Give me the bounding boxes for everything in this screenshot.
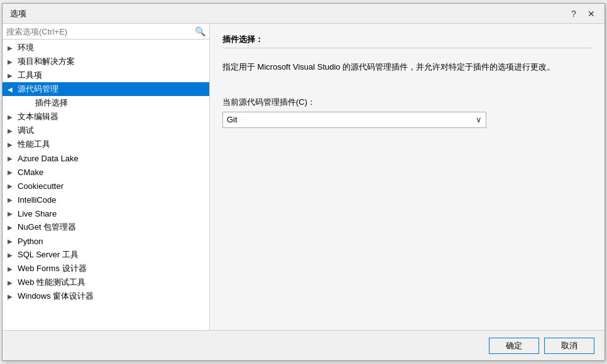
tree-item-tools[interactable]: ▶工具项 bbox=[3, 68, 209, 82]
search-box: 🔍 bbox=[3, 24, 209, 40]
tree-arrow-tools: ▶ bbox=[8, 72, 15, 79]
tree-area: ▶环境▶项目和解决方案▶工具项◀源代码管理插件选择▶文本编辑器▶调试▶性能工具▶… bbox=[3, 40, 209, 330]
section-title: 插件选择： bbox=[222, 34, 592, 45]
tree-arrow-azure-data-lake: ▶ bbox=[8, 155, 15, 162]
bottom-bar: 确定 取消 bbox=[3, 330, 604, 360]
dialog-body: 🔍 ▶环境▶项目和解决方案▶工具项◀源代码管理插件选择▶文本编辑器▶调试▶性能工… bbox=[3, 24, 604, 330]
tree-label-project: 项目和解决方案 bbox=[18, 56, 75, 67]
tree-arrow-text-editor: ▶ bbox=[8, 114, 15, 120]
tree-item-cmake[interactable]: ▶CMake bbox=[3, 165, 209, 179]
tree-item-sql-server[interactable]: ▶SQL Server 工具 bbox=[3, 248, 209, 262]
close-button[interactable]: ✕ bbox=[583, 7, 599, 21]
options-dialog: 选项 ? ✕ 🔍 ▶环境▶项目和解决方案▶工具项◀源代码管理插件选择▶文本编辑器… bbox=[2, 3, 605, 361]
tree-arrow-source-control: ◀ bbox=[8, 86, 15, 93]
tree-item-env[interactable]: ▶环境 bbox=[3, 41, 209, 55]
tree-item-plugin-selection[interactable]: 插件选择 bbox=[3, 96, 209, 110]
tree-label-debug: 调试 bbox=[18, 125, 34, 136]
tree-label-intellicode: IntelliCode bbox=[18, 195, 56, 205]
tree-arrow-cmake: ▶ bbox=[8, 169, 15, 176]
tree-label-web-perf: Web 性能测试工具 bbox=[18, 277, 85, 288]
divider bbox=[222, 48, 592, 48]
tree-label-live-share: Live Share bbox=[18, 209, 57, 218]
tree-arrow-sql-server: ▶ bbox=[8, 252, 15, 259]
help-button[interactable]: ? bbox=[566, 7, 582, 21]
tree-item-perf-tools[interactable]: ▶性能工具 bbox=[3, 137, 209, 151]
tree-item-text-editor[interactable]: ▶文本编辑器 bbox=[3, 110, 209, 124]
tree-label-python: Python bbox=[18, 237, 43, 246]
cancel-button[interactable]: 取消 bbox=[544, 338, 594, 354]
tree-label-windows: Windows 窗体设计器 bbox=[18, 291, 94, 302]
tree-item-debug[interactable]: ▶调试 bbox=[3, 124, 209, 137]
current-plugin-label: 当前源代码管理插件(C)： bbox=[222, 97, 592, 108]
search-input[interactable] bbox=[6, 27, 192, 36]
tree-arrow-project: ▶ bbox=[8, 58, 15, 65]
section-header: 插件选择： bbox=[222, 34, 592, 53]
description-text: 指定用于 Microsoft Visual Studio 的源代码管理插件，并允… bbox=[222, 61, 592, 74]
tree-item-nuget[interactable]: ▶NuGet 包管理器 bbox=[3, 220, 209, 234]
title-bar-buttons: ? ✕ bbox=[566, 7, 599, 21]
tree-label-plugin-selection: 插件选择 bbox=[35, 97, 68, 109]
tree-item-azure-data-lake[interactable]: ▶Azure Data Lake bbox=[3, 151, 209, 165]
tree-arrow-intellicode: ▶ bbox=[8, 196, 15, 203]
tree-arrow-live-share: ▶ bbox=[8, 210, 15, 217]
tree-label-cookiecutter: Cookiecutter bbox=[18, 181, 63, 191]
tree-item-live-share[interactable]: ▶Live Share bbox=[3, 206, 209, 220]
right-panel: 插件选择： 指定用于 Microsoft Visual Studio 的源代码管… bbox=[210, 24, 604, 330]
tree-item-windows[interactable]: ▶Windows 窗体设计器 bbox=[3, 289, 209, 303]
tree-item-web-perf[interactable]: ▶Web 性能测试工具 bbox=[3, 276, 209, 289]
tree-item-cookiecutter[interactable]: ▶Cookiecutter bbox=[3, 179, 209, 193]
tree-arrow-debug: ▶ bbox=[8, 127, 15, 134]
tree-item-intellicode[interactable]: ▶IntelliCode bbox=[3, 193, 209, 206]
tree-label-env: 环境 bbox=[18, 42, 34, 53]
tree-arrow-windows: ▶ bbox=[8, 293, 15, 300]
tree-label-perf-tools: 性能工具 bbox=[18, 139, 50, 150]
tree-label-nuget: NuGet 包管理器 bbox=[18, 222, 76, 233]
tree-label-cmake: CMake bbox=[18, 168, 43, 177]
tree-arrow-perf-tools: ▶ bbox=[8, 141, 15, 148]
tree-arrow-web-perf: ▶ bbox=[8, 279, 15, 286]
tree-label-tools: 工具项 bbox=[18, 70, 42, 81]
tree-label-source-control: 源代码管理 bbox=[18, 83, 58, 95]
tree-item-source-control[interactable]: ◀源代码管理 bbox=[3, 82, 209, 96]
dialog-title: 选项 bbox=[10, 8, 26, 19]
search-icon: 🔍 bbox=[195, 26, 205, 36]
tree-arrow-python: ▶ bbox=[8, 238, 15, 245]
tree-item-project[interactable]: ▶项目和解决方案 bbox=[3, 55, 209, 68]
tree-arrow-web-forms: ▶ bbox=[8, 265, 15, 272]
plugin-dropdown[interactable]: Git ∨ bbox=[222, 112, 486, 128]
tree-label-azure-data-lake: Azure Data Lake bbox=[18, 154, 79, 163]
tree-arrow-cookiecutter: ▶ bbox=[8, 183, 15, 190]
plugin-value: Git bbox=[227, 115, 238, 124]
left-panel: 🔍 ▶环境▶项目和解决方案▶工具项◀源代码管理插件选择▶文本编辑器▶调试▶性能工… bbox=[3, 24, 210, 330]
title-bar: 选项 ? ✕ bbox=[3, 4, 604, 24]
tree-item-python[interactable]: ▶Python bbox=[3, 234, 209, 248]
tree-label-sql-server: SQL Server 工具 bbox=[18, 249, 79, 260]
ok-button[interactable]: 确定 bbox=[489, 338, 539, 354]
tree-label-web-forms: Web Forms 设计器 bbox=[18, 263, 87, 274]
tree-label-text-editor: 文本编辑器 bbox=[18, 111, 58, 122]
tree-arrow-nuget: ▶ bbox=[8, 224, 15, 231]
dropdown-arrow-icon: ∨ bbox=[476, 115, 482, 124]
tree-item-web-forms[interactable]: ▶Web Forms 设计器 bbox=[3, 262, 209, 276]
tree-arrow-env: ▶ bbox=[8, 45, 15, 51]
